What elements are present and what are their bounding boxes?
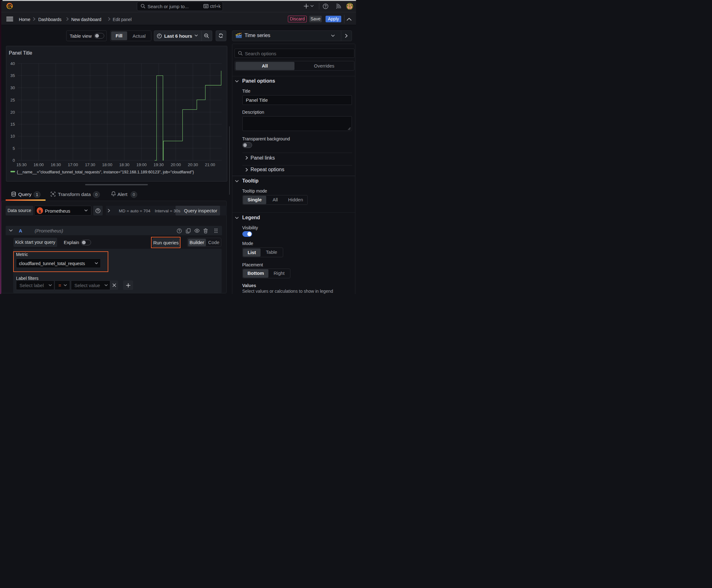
svg-text:40: 40 (10, 61, 15, 66)
svg-text:5: 5 (13, 146, 15, 151)
svg-text:{__name__="cloudflared_tunnel_: {__name__="cloudflared_tunnel_total_requ… (17, 170, 194, 174)
svg-text:10: 10 (10, 134, 15, 139)
svg-text:15:30: 15:30 (16, 162, 27, 167)
svg-text:15: 15 (10, 122, 15, 127)
svg-text:19:30: 19:30 (153, 162, 164, 167)
svg-text:30: 30 (10, 85, 15, 90)
svg-text:0: 0 (13, 158, 15, 163)
svg-text:25: 25 (10, 98, 15, 102)
svg-text:17:00: 17:00 (68, 162, 78, 167)
svg-text:17:30: 17:30 (85, 162, 95, 167)
svg-text:20:00: 20:00 (170, 162, 181, 167)
svg-text:35: 35 (10, 73, 15, 78)
svg-text:16:30: 16:30 (50, 162, 61, 167)
svg-text:16:00: 16:00 (33, 162, 44, 167)
svg-text:19:00: 19:00 (136, 162, 147, 167)
svg-text:18:30: 18:30 (119, 162, 129, 167)
svg-text:18:00: 18:00 (102, 162, 112, 167)
svg-text:20:30: 20:30 (188, 162, 198, 167)
svg-text:21:00: 21:00 (205, 162, 215, 167)
svg-text:20: 20 (10, 110, 15, 114)
